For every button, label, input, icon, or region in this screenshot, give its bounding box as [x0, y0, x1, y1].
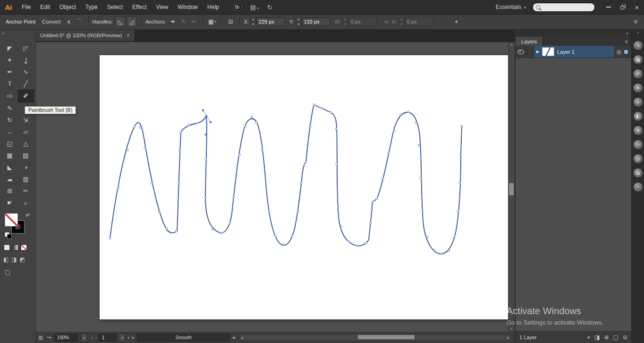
stroke-panel-icon[interactable]: ≡ [634, 98, 643, 107]
menu-select[interactable]: Select [102, 0, 127, 14]
brushes-panel-icon[interactable]: ✐ [634, 69, 643, 78]
eyedropper-tool[interactable]: ◣ [2, 161, 18, 173]
menu-edit[interactable]: Edit [35, 0, 55, 14]
scroll-left-icon[interactable] [241, 335, 243, 341]
transform-menu-icon[interactable]: ▦ [207, 17, 217, 26]
previous-artboard-icon[interactable] [95, 335, 97, 340]
collapse-panel-icon[interactable] [626, 31, 628, 36]
show-handles-icon[interactable]: ◺ [115, 17, 126, 27]
status-display-field[interactable]: Smooth [137, 334, 230, 342]
paintbrush-tool[interactable]: ✐ [18, 90, 34, 102]
rectangle-tool[interactable]: ▭ [2, 90, 18, 101]
document-recovery-icon[interactable]: ↻ [267, 4, 272, 11]
convert-corner-icon[interactable]: ∧ [64, 17, 74, 26]
blend-tool[interactable]: ◑ [18, 161, 34, 173]
curvature-tool[interactable]: ∿ [18, 66, 34, 78]
last-artboard-icon[interactable] [131, 335, 134, 340]
perspective-grid-tool[interactable]: △ [18, 138, 34, 150]
artboard-number-input[interactable]: 1 [99, 334, 117, 342]
next-artboard-icon[interactable] [127, 335, 129, 340]
width-tool[interactable]: ↔ [2, 126, 18, 138]
menu-file[interactable]: File [17, 0, 35, 14]
vertical-scroll-thumb[interactable] [509, 183, 514, 195]
status-export-icon[interactable]: ↪ [47, 335, 51, 341]
horizontal-scroll-thumb[interactable] [358, 335, 415, 339]
workspace-switcher[interactable]: Essentials [496, 4, 526, 10]
free-transform-tool[interactable]: ▱ [18, 126, 34, 138]
h-decrement[interactable] [399, 22, 404, 26]
visibility-toggle[interactable] [516, 46, 526, 58]
mesh-tool[interactable]: ▦ [2, 150, 18, 161]
expand-dock-icon[interactable] [637, 30, 639, 35]
arrange-documents-icon[interactable]: ▤ [250, 4, 259, 11]
hand-tool[interactable]: ☛ [2, 197, 18, 209]
disclosure-icon[interactable] [536, 50, 539, 54]
layer-row-selected[interactable]: Layer 1 [534, 46, 614, 58]
layer-row[interactable]: Layer 1 [516, 46, 631, 58]
draw-normal-icon[interactable] [3, 256, 8, 263]
slice-tool[interactable]: ✂ [18, 185, 34, 197]
collapse-tools-icon[interactable] [2, 31, 5, 36]
type-tool[interactable]: T [2, 78, 18, 90]
y-decrement[interactable] [296, 22, 301, 26]
scroll-up-icon[interactable] [508, 43, 515, 46]
artboards-panel-icon[interactable]: ▭ [634, 140, 643, 149]
pencil-tool[interactable]: ✎ [2, 102, 18, 114]
zoom-level[interactable]: 100% [54, 334, 78, 342]
remove-anchor-icon[interactable]: ✒ [168, 17, 178, 26]
tab-layers[interactable]: Layers [516, 37, 543, 46]
direct-selection-tool[interactable]: ◸ [18, 42, 34, 54]
y-increment[interactable] [296, 17, 301, 22]
scroll-right-icon[interactable] [507, 335, 509, 341]
horizontal-scrollbar[interactable] [239, 334, 511, 341]
gradient-panel-icon[interactable]: ◧ [634, 112, 643, 121]
app-logo-icon[interactable]: Ai [0, 3, 17, 11]
line-segment-tool[interactable]: ╱ [18, 78, 34, 90]
status-grid-icon[interactable]: ▥ [38, 335, 43, 341]
document-tab[interactable]: Untitled-5* @ 100% (RGB/Preview) × [35, 29, 135, 41]
selection-tool[interactable]: ◤ [2, 42, 18, 54]
layer-name[interactable]: Layer 1 [557, 49, 575, 55]
none-button[interactable] [21, 244, 27, 251]
pen-tool[interactable]: ✒ [2, 66, 18, 78]
h-increment[interactable] [399, 17, 404, 22]
w-decrement[interactable] [343, 22, 348, 26]
new-layer-icon[interactable]: ▢ [613, 334, 619, 341]
color-button[interactable] [4, 244, 10, 251]
reference-point-icon[interactable]: ⌖ [452, 17, 461, 26]
w-input[interactable]: 0 px [348, 17, 377, 26]
status-expand-icon[interactable] [233, 335, 236, 340]
zoom-tool[interactable]: ⌕ [18, 197, 34, 209]
target-icon[interactable] [617, 49, 621, 55]
shape-builder-tool[interactable]: ◱ [2, 138, 18, 150]
transparency-panel-icon[interactable]: ◍ [634, 168, 643, 177]
y-input[interactable]: 133 px [302, 17, 330, 26]
paragraph-panel-icon[interactable]: ≣ [634, 126, 643, 135]
search-box[interactable] [533, 3, 595, 12]
add-anchor-icon[interactable]: ✎ [178, 17, 188, 26]
scale-tool[interactable]: ⇲ [18, 114, 34, 126]
artboard[interactable] [100, 55, 508, 319]
delete-layer-icon[interactable]: ⊖ [623, 334, 627, 341]
draw-inside-icon[interactable] [20, 256, 25, 263]
w-increment[interactable] [343, 17, 348, 22]
canvas-area[interactable] [35, 42, 515, 332]
locate-object-icon[interactable]: ⌖ [587, 334, 590, 341]
magic-wand-tool[interactable]: ✶ [2, 54, 18, 66]
swap-fill-stroke-icon[interactable] [25, 212, 29, 218]
point-display-icon[interactable]: ⊟ [226, 17, 235, 26]
symbols-panel-icon[interactable]: ✶ [634, 84, 643, 92]
swatches-panel-icon[interactable]: ▦ [634, 55, 643, 64]
libraries-panel-icon[interactable]: ◔ [634, 183, 643, 192]
restore-button[interactable] [616, 0, 630, 14]
menu-view[interactable]: View [152, 0, 173, 14]
menu-object[interactable]: Object [55, 0, 81, 14]
menu-help[interactable]: Help [203, 0, 224, 14]
h-input[interactable]: 0 px [405, 17, 433, 26]
hide-handles-icon[interactable]: ◿ [127, 17, 137, 27]
bridge-icon[interactable]: Br [233, 4, 242, 11]
scroll-down-icon[interactable] [508, 327, 515, 330]
x-increment[interactable] [251, 17, 256, 22]
x-decrement[interactable] [251, 22, 256, 26]
close-button[interactable]: × [630, 0, 644, 14]
